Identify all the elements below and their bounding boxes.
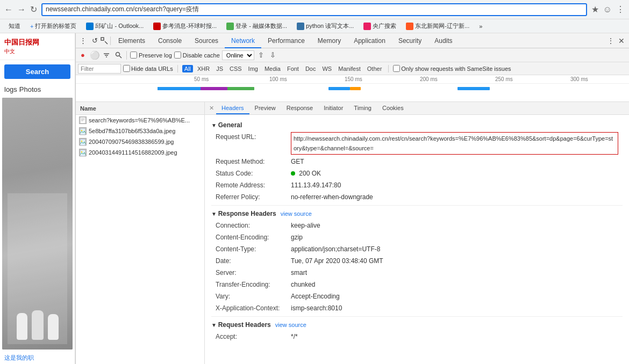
file-list-items: search?keywords=%E7%96%AB%E... 5e8bd7ffa… <box>76 115 204 364</box>
tab-security[interactable]: Security <box>392 33 428 48</box>
response-headers-view-source[interactable]: view source <box>281 210 312 217</box>
file-item-jpeg2[interactable]: 20040314491114516882009.jpeg <box>76 147 204 158</box>
file-name-search: search?keywords=%E7%96%AB%E... <box>89 117 190 123</box>
response-headers-title[interactable]: Response Headers <box>211 208 276 220</box>
subtab-close-icon[interactable]: ✕ <box>207 102 216 114</box>
file-item-jpeg1[interactable]: 5e8bd7ffa3107bb6f533da0a.jpeg <box>76 126 204 136</box>
resp-content-type-val: application/json;charset=UTF-8 <box>291 244 618 254</box>
tab-application[interactable]: Application <box>347 33 392 48</box>
bookmark-yangguang[interactable]: 央广搜索 <box>359 21 401 31</box>
subtab-timing[interactable]: Timing <box>348 102 377 114</box>
subtab-cookies[interactable]: Cookies <box>377 102 409 114</box>
back-icon[interactable]: ← <box>4 5 13 14</box>
resp-content-encoding-row: Content-Encoding: gzip <box>211 231 623 243</box>
bookmark-newtab[interactable]: + 打开新的标签页 <box>26 21 81 31</box>
filter-type-all[interactable]: All <box>182 65 193 72</box>
bookmark-zhidao[interactable]: 知道 <box>4 21 25 31</box>
resp-date-key: Date: <box>216 256 291 266</box>
refresh-icon[interactable]: ↻ <box>30 4 37 14</box>
response-headers-row: Response Headers view source <box>211 208 623 220</box>
timeline-bar-orange <box>350 87 361 90</box>
nav-logs[interactable]: logs <box>4 85 17 93</box>
resp-content-encoding-val: gzip <box>291 232 618 242</box>
record-button[interactable]: ● <box>78 50 88 60</box>
resp-connection-val: keep-alive <box>291 221 618 230</box>
devtools-inspect-icon[interactable] <box>99 36 109 46</box>
general-section-title[interactable]: General <box>211 119 623 131</box>
svg-rect-0 <box>101 38 104 40</box>
request-headers-title[interactable]: Request Headers <box>211 319 271 331</box>
tab-elements[interactable]: Elements <box>112 33 152 48</box>
forward-icon[interactable]: → <box>17 5 26 14</box>
devtools-pointer-icon[interactable]: ↺ <box>90 36 99 46</box>
filter-type-ws[interactable]: WS <box>320 65 334 72</box>
subtab-headers[interactable]: Headers <box>216 102 249 114</box>
bookmark-python[interactable]: python 读写文本... <box>292 21 358 31</box>
bookmark-cankaoxiaoxi[interactable]: 参考消息-环球时报... <box>149 21 221 31</box>
devtools-settings-icon[interactable]: ⋮ <box>605 35 616 46</box>
tab-audits[interactable]: Audits <box>428 33 459 48</box>
bookmark-dongbei[interactable]: 东北新闻网-辽宁新... <box>402 21 474 31</box>
hide-data-urls-checkbox[interactable]: Hide data URLs <box>123 65 173 72</box>
search-network-button[interactable] <box>113 50 123 60</box>
devtools-close-icon[interactable]: ✕ <box>616 35 627 46</box>
nav-photos[interactable]: Photos <box>19 85 41 93</box>
filter-type-other[interactable]: Other <box>365 65 384 72</box>
resp-vary-val: Accept-Encoding <box>291 292 618 301</box>
tick-50ms: 50 ms <box>194 76 209 82</box>
filter-type-font[interactable]: Font <box>285 65 301 72</box>
filter-type-xhr[interactable]: XHR <box>195 65 212 72</box>
tick-200ms: 200 ms <box>420 76 438 82</box>
request-headers-view-source[interactable]: view source <box>275 322 306 328</box>
file-item-search[interactable]: search?keywords=%E7%96%AB%E... <box>76 115 204 126</box>
same-site-checkbox[interactable]: Only show requests with SameSite issues <box>393 65 511 72</box>
filter-type-css[interactable]: CSS <box>227 65 244 72</box>
resp-date-val: Tue, 07 Apr 2020 03:48:40 GMT <box>291 256 618 266</box>
bookmark-outlook[interactable]: 邱矿山 - Outlook... <box>82 21 148 31</box>
preserve-log-checkbox[interactable]: Preserve log <box>130 52 172 59</box>
filter-type-doc[interactable]: Doc <box>303 65 318 72</box>
search-button[interactable]: Search <box>4 64 70 79</box>
filter-type-img[interactable]: Img <box>246 65 260 72</box>
timeline-area: 50 ms 100 ms 150 ms 200 ms 250 ms 300 ms <box>76 75 629 102</box>
req-accept-val: */* <box>291 332 618 341</box>
referrer-policy-value: no-referrer-when-downgrade <box>291 192 618 202</box>
headers-content: General Request URL: http://newssearch.c… <box>205 115 629 347</box>
disable-cache-checkbox[interactable]: Disable cache <box>174 52 220 59</box>
devtools-topbar: ⋮ ↺ Elements Console Sources Network Per… <box>76 33 629 48</box>
subtab-preview[interactable]: Preview <box>249 102 281 114</box>
resp-transfer-encoding-key: Transfer-Encoding: <box>216 280 291 289</box>
clear-button[interactable]: ⚪ <box>90 50 99 60</box>
tab-network[interactable]: Network <box>225 33 261 48</box>
request-url-value[interactable]: http://newssearch.chinadaily.com.cn/rest… <box>291 132 618 155</box>
nav-icons: ← → ↻ <box>4 4 37 14</box>
import-har-button[interactable]: ⇧ <box>256 50 266 60</box>
filter-input[interactable] <box>78 64 121 74</box>
subtab-response[interactable]: Response <box>281 102 319 114</box>
filter-type-manifest[interactable]: Manifest <box>336 65 363 72</box>
tab-sources[interactable]: Sources <box>188 33 225 48</box>
throttle-select[interactable]: Online <box>222 50 254 60</box>
bookmark-star-icon[interactable]: ★ <box>591 4 599 14</box>
filter-icon-button[interactable] <box>102 50 111 60</box>
subtab-initiator[interactable]: Initiator <box>318 102 348 114</box>
filter-type-js[interactable]: JS <box>214 65 225 72</box>
tab-performance[interactable]: Performance <box>261 33 311 48</box>
export-har-button[interactable]: ⇩ <box>268 50 278 60</box>
tab-console[interactable]: Console <box>152 33 188 48</box>
menu-icon[interactable]: ⋮ <box>616 4 625 14</box>
bookmark-login[interactable]: 登录 - 融媒体数据... <box>222 21 291 31</box>
bookmark-more[interactable]: » <box>475 22 487 31</box>
tab-memory[interactable]: Memory <box>311 33 347 48</box>
filter-type-media[interactable]: Media <box>262 65 283 72</box>
request-method-value: GET <box>291 157 618 166</box>
address-bar[interactable] <box>41 3 587 16</box>
account-icon[interactable]: ☺ <box>603 5 612 14</box>
timeline-bars <box>156 84 629 102</box>
timeline-bar-blue <box>158 87 201 90</box>
site-caption[interactable]: 这是我的职 <box>0 352 75 364</box>
file-item-jpg1[interactable]: 20040709075469838386599.jpg <box>76 136 204 147</box>
subtabs: ✕ Headers Preview Response Initiator Tim… <box>205 102 629 115</box>
devtools-drag-icon[interactable]: ⋮ <box>78 36 88 46</box>
resp-connection-row: Connection: keep-alive <box>211 220 623 231</box>
